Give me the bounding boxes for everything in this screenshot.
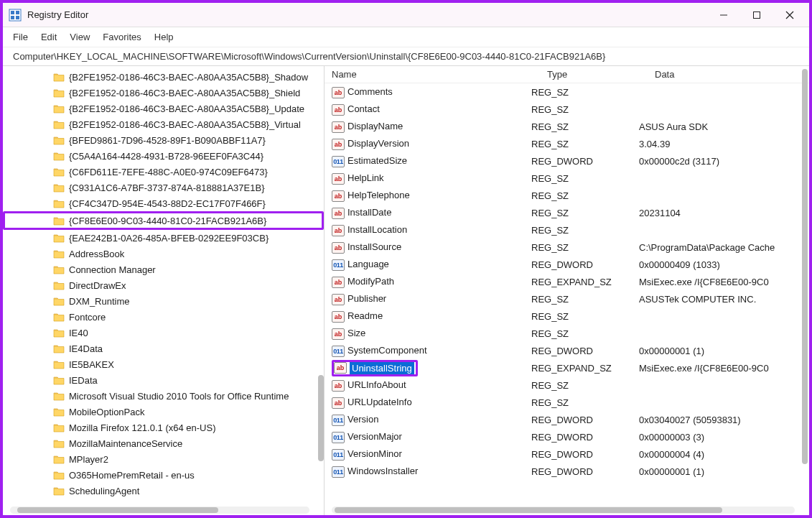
tree-item[interactable]: IE5BAKEX [3,356,324,372]
value-row[interactable]: 011VersionREG_DWORD0x03040027 (50593831) [325,411,809,428]
value-row[interactable]: 011SystemComponentREG_DWORD0x00000001 (1… [325,342,809,359]
menu-file[interactable]: File [13,32,28,42]
value-data: 0x00000004 (4) [639,449,809,460]
dword-value-icon: 011 [332,156,345,167]
tree-item[interactable]: DirectDrawEx [3,277,324,293]
tree-item[interactable]: Microsoft Visual Studio 2010 Tools for O… [3,388,324,404]
tree-item[interactable]: {B2FE1952-0186-46C3-BAEC-A80AA35AC5B8}_S… [3,85,324,101]
column-type-header[interactable]: Type [547,69,655,80]
tree-item[interactable]: {BFED9861-7D96-4528-89F1-B090ABBF11A7} [3,132,324,148]
tree-item[interactable]: Connection Manager [3,262,324,277]
string-value-icon: ab [332,294,345,305]
value-row[interactable]: abReadmeREG_SZ [325,307,809,325]
tree-item[interactable]: IE4Data [3,341,324,356]
titlebar[interactable]: Registry Editor [3,3,809,27]
string-value-icon: ab [332,277,345,288]
tree-item[interactable]: Mozilla Firefox 121.0.1 (x64 en-US) [3,420,324,435]
value-name: HelpLink [347,172,384,183]
value-row[interactable]: abModifyPathREG_EXPAND_SZMsiExec.exe /I{… [325,273,809,290]
value-row[interactable]: 011VersionMajorREG_DWORD0x00000003 (3) [325,428,809,445]
tree-item-label: DirectDrawEx [69,280,126,291]
tree-h-scrollbar[interactable] [10,507,309,514]
tree-item[interactable]: MobileOptionPack [3,404,324,420]
menu-help[interactable]: Help [154,32,174,42]
tree-item[interactable]: MPlayer2 [3,451,324,467]
tree-item[interactable]: MozillaMaintenanceService [3,435,324,451]
tree-scroll[interactable]: {B2FE1952-0186-46C3-BAEC-A80AA35AC5B8}_S… [3,66,324,505]
value-data: ASUS Aura SDK [639,121,809,132]
value-row[interactable]: abPublisherREG_SZASUSTek COMPUTER INC. [325,290,809,307]
value-rows[interactable]: abCommentsREG_SZabContactREG_SZabDisplay… [325,83,809,505]
svg-rect-6 [754,11,760,18]
tree-item[interactable]: SchedulingAgent [3,483,324,499]
tree-item[interactable]: DXM_Runtime [3,293,324,309]
column-name-header[interactable]: Name [332,69,547,80]
tree-item[interactable]: IE40 [3,325,324,341]
folder-icon [53,328,65,338]
tree-item-label: {C5A4A164-4428-4931-B728-96EEF0FA3C44} [69,151,263,162]
tree-item-label: IEData [69,375,98,386]
values-h-scrollbar[interactable] [332,507,795,514]
tree-item[interactable]: {B2FE1952-0186-46C3-BAEC-A80AA35AC5B8}_V… [3,116,324,132]
content-area: {B2FE1952-0186-46C3-BAEC-A80AA35AC5B8}_S… [3,66,809,515]
value-row[interactable]: abUninstallStringREG_EXPAND_SZMsiExec.ex… [325,359,809,376]
value-row[interactable]: 011VersionMinorREG_DWORD0x00000004 (4) [325,445,809,463]
value-name: DisplayVersion [347,138,409,149]
tree-item-label: {CF8E6E00-9C03-4440-81C0-21FACB921A6B} [69,216,266,226]
value-row[interactable]: abInstallLocationREG_SZ [325,221,809,239]
tree-item[interactable]: {B2FE1952-0186-46C3-BAEC-A80AA35AC5B8}_U… [3,101,324,116]
value-row[interactable]: abDisplayNameREG_SZASUS Aura SDK [325,118,809,135]
menu-favorites[interactable]: Favorites [103,32,141,42]
tree-item[interactable]: {CF8E6E00-9C03-4440-81C0-21FACB921A6B} [3,211,324,230]
value-type: REG_DWORD [531,432,639,443]
value-row[interactable]: abCommentsREG_SZ [325,83,809,101]
dword-value-icon: 011 [332,466,345,478]
column-data-header[interactable]: Data [655,69,809,80]
folder-icon [53,439,65,448]
value-type: REG_SZ [531,397,639,408]
string-value-icon: ab [334,362,347,374]
minimize-button[interactable] [707,4,740,27]
tree-scrollbar-thumb[interactable] [318,375,324,461]
value-row[interactable]: abInstallSourceREG_SZC:\ProgramData\Pack… [325,239,809,256]
maximize-button[interactable] [740,4,773,27]
tree-item[interactable]: {EAE242B1-0A26-485A-BFEB-0292EE9F03CB} [3,230,324,246]
string-value-icon: ab [332,87,345,98]
value-row[interactable]: abHelpTelephoneREG_SZ [325,187,809,204]
tree-item[interactable]: {C6FD611E-7EFE-488C-A0E0-974C09EF6473} [3,164,324,180]
folder-icon [53,183,65,193]
address-bar[interactable]: Computer\HKEY_LOCAL_MACHINE\SOFTWARE\Mic… [3,47,809,66]
menu-view[interactable]: View [70,32,90,42]
string-value-icon: ab [332,208,345,219]
value-row[interactable]: 011EstimatedSizeREG_DWORD0x00000c2d (311… [325,152,809,170]
value-row[interactable]: abURLUpdateInfoREG_SZ [325,394,809,411]
value-type: REG_DWORD [531,466,639,477]
tree-item[interactable]: {C5A4A164-4428-4931-B728-96EEF0FA3C44} [3,148,324,164]
value-type: REG_DWORD [531,346,639,356]
tree-item[interactable]: {CF4C347D-954E-4543-88D2-EC17F07F466F} [3,195,324,211]
tree-item[interactable]: Fontcore [3,309,324,325]
folder-icon [53,313,65,322]
values-h-scrollbar-thumb[interactable] [335,507,722,513]
value-row[interactable]: abContactREG_SZ [325,101,809,118]
value-row[interactable]: abSizeREG_SZ [325,325,809,342]
tree-item[interactable]: IEData [3,372,324,388]
tree-item[interactable]: AddressBook [3,246,324,262]
tree-item[interactable]: {C931A1C6-A7BF-3737-874A-818881A37E1B} [3,180,324,195]
value-row[interactable]: abDisplayVersionREG_SZ3.04.39 [325,135,809,152]
value-row[interactable]: abInstallDateREG_SZ20231104 [325,204,809,221]
tree-h-scrollbar-thumb[interactable] [17,507,218,513]
tree-item-label: {CF4C347D-954E-4543-88D2-EC17F07F466F} [69,198,266,209]
tree-item[interactable]: O365HomePremRetail - en-us [3,467,324,483]
value-row[interactable]: 011LanguageREG_DWORD0x00000409 (1033) [325,256,809,273]
folder-icon [53,471,65,480]
value-row[interactable]: abHelpLinkREG_SZ [325,170,809,187]
menu-edit[interactable]: Edit [41,32,57,42]
value-data: MsiExec.exe /I{CF8E6E00-9C0 [639,277,809,287]
close-button[interactable] [773,4,806,27]
value-row[interactable]: 011WindowsInstallerREG_DWORD0x00000001 (… [325,463,809,480]
string-value-icon: ab [332,139,345,150]
value-row[interactable]: abURLInfoAboutREG_SZ [325,376,809,394]
tree-item[interactable]: {B2FE1952-0186-46C3-BAEC-A80AA35AC5B8}_S… [3,69,324,85]
value-name: Comments [347,86,393,97]
